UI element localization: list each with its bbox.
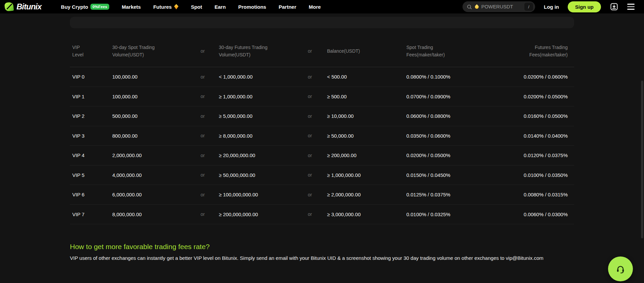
or-cell: or xyxy=(305,113,315,119)
futures-fees-cell: 0.0200% / 0.0500% xyxy=(486,94,574,99)
or-cell: or xyxy=(198,211,208,217)
signup-button[interactable]: Sign up xyxy=(568,1,601,12)
bitunix-leaf-icon xyxy=(4,2,14,12)
spot-volume-cell: 4,000,000.00 xyxy=(110,172,198,178)
futures-fees-cell: 0.0140% / 0.0400% xyxy=(486,133,574,139)
balance-cell: ≥ 50,000.00 xyxy=(315,133,392,139)
header-spot-volume: 30-day Spot Trading Volume(USDT) xyxy=(110,44,198,58)
hot-flame-icon xyxy=(174,4,178,9)
or-cell: or xyxy=(198,94,208,99)
header-or: or xyxy=(305,47,315,55)
futures-volume-cell: ≥ 8,000,000.00 xyxy=(208,133,305,139)
flame-icon xyxy=(474,4,480,9)
or-cell: or xyxy=(198,74,208,80)
nav-item-label: Spot xyxy=(191,4,202,10)
or-cell: or xyxy=(305,94,315,99)
nav-item-label: Earn xyxy=(214,4,226,10)
futures-volume-cell: < 1,000,000.00 xyxy=(208,74,305,80)
or-cell: or xyxy=(198,172,208,178)
menu-button[interactable] xyxy=(627,4,635,10)
nav-item-spot[interactable]: Spot xyxy=(191,4,202,10)
balance-cell: ≥ 2,000,000.00 xyxy=(315,192,392,197)
balance-cell: ≥ 1,000,000.00 xyxy=(315,172,392,178)
spot-volume-cell: 500,000.00 xyxy=(110,113,198,119)
nav-item-label: Promotions xyxy=(238,4,266,10)
search-icon xyxy=(467,4,472,10)
nav-item-futures[interactable]: Futures xyxy=(153,4,178,10)
futures-volume-cell: ≥ 200,000,000.00 xyxy=(208,211,305,217)
table-row: VIP 5 4,000,000.00 or ≥ 50,000,000.00 or… xyxy=(70,166,574,185)
favorable-fees-heading: How to get more favorable trading fees r… xyxy=(70,243,574,251)
or-cell: or xyxy=(305,153,315,158)
vip-level-cell: VIP 5 xyxy=(70,172,110,178)
nav-item-label: Buy Crypto xyxy=(61,4,88,10)
spot-fees-cell: 0.0100% / 0.0325% xyxy=(392,211,486,217)
header-or: or xyxy=(198,47,208,55)
futures-volume-cell: ≥ 1,000,000.00 xyxy=(208,94,305,99)
spot-volume-cell: 800,000.00 xyxy=(110,133,198,139)
nav-item-buy-crypto[interactable]: Buy Crypto 0%Fees xyxy=(61,4,109,10)
page-scrollbar[interactable] xyxy=(641,81,643,238)
vip-level-cell: VIP 1 xyxy=(70,94,110,99)
nav-item-promotions[interactable]: Promotions xyxy=(238,4,266,10)
or-cell: or xyxy=(198,133,208,138)
download-app-icon xyxy=(610,2,618,11)
favorable-fees-description: VIP users of other exchanges can instant… xyxy=(70,255,559,262)
futures-fees-cell: 0.0100% / 0.0350% xyxy=(486,172,574,178)
nav-right-group: POWERUSDT / Log in Sign up xyxy=(462,1,635,12)
fee-table-header: VIP Level 30-day Spot Trading Volume(USD… xyxy=(70,35,574,67)
vip-level-cell: VIP 7 xyxy=(70,211,110,217)
or-cell: or xyxy=(305,172,315,178)
futures-fees-cell: 0.0200% / 0.0600% xyxy=(486,74,574,80)
spot-fees-cell: 0.0600% / 0.0800% xyxy=(392,113,486,119)
balance-cell: ≥ 3,000,000.00 xyxy=(315,211,392,217)
header-spot-fees: Spot Trading Fees(maker/taker) xyxy=(392,44,486,58)
nav-item-partner[interactable]: Partner xyxy=(279,4,296,10)
support-chat-button[interactable] xyxy=(608,256,633,281)
spot-fees-cell: 0.0150% / 0.0450% xyxy=(392,172,486,178)
futures-volume-cell: ≥ 20,000,000.00 xyxy=(208,152,305,158)
or-cell: or xyxy=(305,133,315,138)
nav-item-earn[interactable]: Earn xyxy=(214,4,226,10)
balance-cell: < 500.00 xyxy=(315,74,392,80)
table-row: VIP 7 8,000,000.00 or ≥ 200,000,000.00 o… xyxy=(70,205,574,225)
login-button[interactable]: Log in xyxy=(544,4,559,10)
spot-volume-cell: 8,000,000.00 xyxy=(110,211,198,217)
header-vip-level: VIP Level xyxy=(70,44,110,58)
table-row: VIP 4 2,000,000.00 or ≥ 20,000,000.00 or… xyxy=(70,146,574,166)
spot-fees-cell: 0.0350% / 0.0600% xyxy=(392,133,486,139)
nav-item-label: More xyxy=(309,4,321,10)
header-futures-fees: Futures Trading Fees(maker/taker) xyxy=(486,44,574,58)
nav-item-label: Markets xyxy=(122,4,141,10)
futures-volume-cell: ≥ 5,000,000.00 xyxy=(208,113,305,119)
futures-volume-cell: ≥ 50,000,000.00 xyxy=(208,172,305,178)
download-app-button[interactable] xyxy=(610,2,618,11)
spot-fees-cell: 0.0700% / 0.0900% xyxy=(392,94,486,99)
vip-level-cell: VIP 4 xyxy=(70,152,110,158)
headset-icon xyxy=(615,263,626,275)
vip-level-cell: VIP 6 xyxy=(70,192,110,197)
vip-level-cell: VIP 0 xyxy=(70,74,110,80)
table-row: VIP 6 6,000,000.00 or ≥ 100,000,000.00 o… xyxy=(70,185,574,205)
nav-item-more[interactable]: More xyxy=(309,4,321,10)
or-cell: or xyxy=(305,74,315,80)
nav-item-label: Partner xyxy=(279,4,296,10)
top-nav: Bitunix Buy Crypto 0%Fees Markets Future… xyxy=(0,0,644,13)
brand-name: Bitunix xyxy=(16,2,41,11)
zero-fees-badge: 0%Fees xyxy=(90,4,109,10)
or-cell: or xyxy=(305,211,315,217)
table-row: VIP 1 100,000.00 or ≥ 1,000,000.00 or ≥ … xyxy=(70,87,574,107)
vip-level-cell: VIP 3 xyxy=(70,133,110,139)
vip-level-cell: VIP 2 xyxy=(70,113,110,119)
nav-item-label: Futures xyxy=(153,4,172,10)
or-cell: or xyxy=(198,153,208,158)
menu-icon xyxy=(627,4,635,10)
nav-item-markets[interactable]: Markets xyxy=(122,4,141,10)
search-input[interactable]: POWERUSDT / xyxy=(462,1,535,12)
bitunix-logo[interactable]: Bitunix xyxy=(5,2,41,11)
or-cell: or xyxy=(198,192,208,197)
header-balance: Balance(USDT) xyxy=(315,47,392,55)
main-menu: Buy Crypto 0%Fees Markets Futures Spot E… xyxy=(61,4,321,10)
page-main: VIP Level 30-day Spot Trading Volume(USD… xyxy=(0,17,644,283)
or-cell: or xyxy=(198,113,208,119)
